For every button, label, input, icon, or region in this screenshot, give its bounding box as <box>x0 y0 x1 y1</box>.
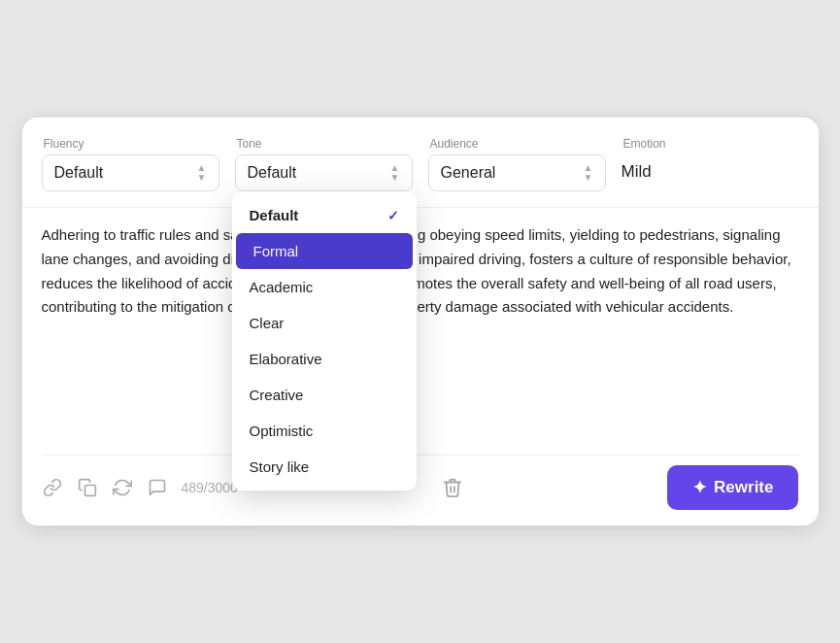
chat-icon[interactable] <box>147 477 168 498</box>
tone-arrows: ▲▼ <box>390 163 400 183</box>
divider <box>22 207 819 208</box>
dropdown-item-default[interactable]: Default ✓ <box>232 197 417 233</box>
check-icon: ✓ <box>387 208 399 223</box>
audience-value: General <box>441 164 496 182</box>
svg-rect-0 <box>84 486 95 496</box>
audience-group: Audience General ▲▼ <box>428 137 606 191</box>
fluency-group: Fluency Default ▲▼ <box>42 137 219 191</box>
dropdown-item-creative-label: Creative <box>250 387 304 403</box>
fluency-value: Default <box>54 164 104 182</box>
footer: 489/3000 ✦ Rewrite <box>42 455 799 510</box>
dropdown-item-optimistic[interactable]: Optimistic <box>232 413 417 449</box>
tone-dropdown: Default ✓ Formal Academic Clear Elaborat… <box>232 191 417 491</box>
dropdown-item-clear-label: Clear <box>250 315 285 331</box>
content-area: Adhering to traffic rules and safe drivi… <box>42 223 799 437</box>
dropdown-item-formal[interactable]: Formal <box>236 233 413 269</box>
dropdown-item-elaborative[interactable]: Elaborative <box>232 341 417 377</box>
main-card: Fluency Default ▲▼ Tone Default ▲▼ Defau… <box>22 118 819 525</box>
link-icon[interactable] <box>42 477 63 498</box>
sparkle-icon: ✦ <box>692 477 706 498</box>
emotion-select[interactable]: Mild <box>622 154 799 189</box>
tone-label: Tone <box>237 137 413 151</box>
char-count: 489/3000 <box>182 480 238 495</box>
refresh-icon[interactable] <box>112 477 133 498</box>
emotion-group: Emotion Mild <box>622 137 799 191</box>
audience-label: Audience <box>430 137 606 151</box>
trash-icon[interactable] <box>442 477 463 498</box>
dropdown-item-storylike-label: Story like <box>250 458 310 475</box>
dropdown-item-default-label: Default <box>250 207 299 223</box>
dropdown-item-optimistic-label: Optimistic <box>250 423 314 439</box>
dropdown-item-storylike[interactable]: Story like <box>232 449 417 485</box>
dropdown-item-academic-label: Academic <box>250 279 314 295</box>
emotion-label: Emotion <box>623 137 799 151</box>
audience-arrows: ▲▼ <box>584 163 593 183</box>
footer-icons: 489/3000 <box>42 477 238 498</box>
audience-select[interactable]: General ▲▼ <box>428 154 606 191</box>
dropdown-item-elaborative-label: Elaborative <box>250 351 322 367</box>
rewrite-button[interactable]: ✦ Rewrite <box>667 465 798 510</box>
copy-icon[interactable] <box>77 477 98 498</box>
fluency-arrows: ▲▼ <box>197 163 207 183</box>
tone-group: Tone Default ▲▼ Default ✓ Formal Academi… <box>235 137 413 191</box>
fluency-select[interactable]: Default ▲▼ <box>42 154 219 191</box>
dropdown-item-clear[interactable]: Clear <box>232 305 417 341</box>
dropdown-item-creative[interactable]: Creative <box>232 377 417 413</box>
rewrite-label: Rewrite <box>714 478 773 497</box>
dropdown-item-formal-label: Formal <box>253 243 299 259</box>
dropdown-item-academic[interactable]: Academic <box>232 269 417 305</box>
tone-value: Default <box>248 164 297 182</box>
tone-select[interactable]: Default ▲▼ <box>235 154 413 191</box>
fluency-label: Fluency <box>44 137 219 151</box>
emotion-value: Mild <box>622 162 652 182</box>
selectors-row: Fluency Default ▲▼ Tone Default ▲▼ Defau… <box>42 137 799 191</box>
content-text: Adhering to traffic rules and safe drivi… <box>42 223 799 320</box>
